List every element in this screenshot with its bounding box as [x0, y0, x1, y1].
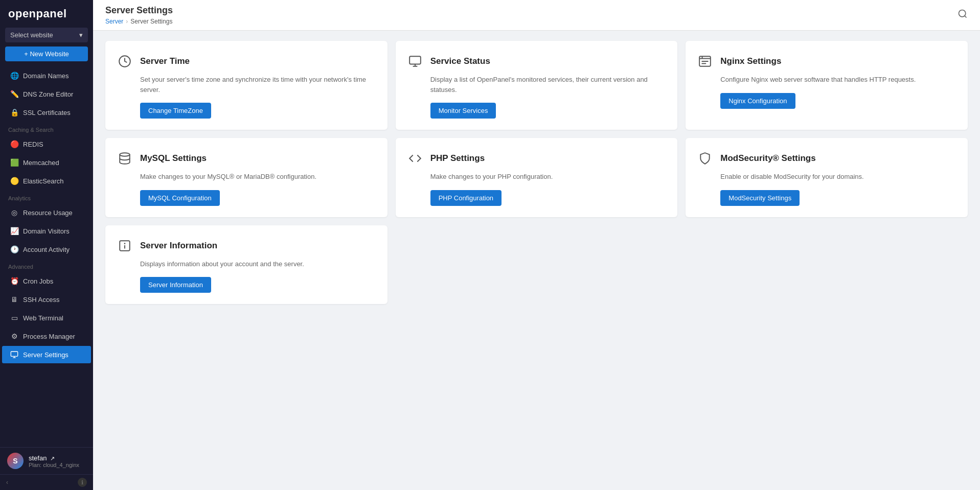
- monitor-services-button[interactable]: Monitor Services: [430, 103, 496, 119]
- server-time-title: Server Time: [140, 56, 190, 66]
- nginx-settings-title: Nginx Settings: [720, 56, 781, 66]
- settings-icon: [10, 351, 18, 359]
- help-icon[interactable]: ℹ: [78, 478, 87, 487]
- select-website-label: Select website: [10, 31, 53, 39]
- service-status-desc: Display a list of OpenPanel's monitored …: [407, 75, 667, 95]
- breadcrumb-current: Server Settings: [130, 18, 172, 25]
- php-configuration-button[interactable]: PHP Configuration: [430, 190, 502, 206]
- chart-icon: 📈: [10, 227, 18, 235]
- main-content: Server Settings Server › Server Settings: [93, 0, 980, 490]
- change-timezone-button[interactable]: Change TimeZone: [140, 103, 211, 119]
- nginx-configuration-button[interactable]: Nginx Configuration: [720, 93, 795, 109]
- monitor-icon: [407, 53, 423, 69]
- caching-section-label: Caching & Search: [0, 122, 93, 135]
- process-icon: ⚙: [10, 332, 18, 340]
- redis-icon: 🔴: [10, 140, 18, 148]
- server-info-desc: Displays information about your account …: [117, 259, 376, 269]
- server-time-desc: Set your server's time zone and synchron…: [117, 75, 376, 95]
- database-icon: [117, 150, 133, 167]
- globe-icon: 🌐: [10, 72, 18, 80]
- terminal-icon: ▭: [10, 314, 18, 322]
- plan-label: Plan: cloud_4_nginx: [29, 462, 79, 468]
- mysql-settings-card: MySQL Settings Make changes to your MySQ…: [105, 138, 388, 217]
- sidebar-item-dns-zone-editor[interactable]: ✏️ DNS Zone Editor: [2, 85, 91, 103]
- server-information-card: Server Information Displays information …: [105, 225, 388, 305]
- code-icon: [407, 150, 423, 167]
- cron-icon: ⏰: [10, 277, 18, 285]
- breadcrumb: Server › Server Settings: [105, 16, 173, 25]
- sidebar-item-resource-usage[interactable]: ◎ Resource Usage: [2, 204, 91, 221]
- lock-icon: 🔒: [10, 108, 18, 116]
- sidebar-item-ssl-certificates[interactable]: 🔒 SSL Certificates: [2, 104, 91, 121]
- topbar: Server Settings Server › Server Settings: [93, 0, 980, 31]
- select-website-dropdown[interactable]: Select website ▾: [5, 28, 88, 42]
- breadcrumb-root[interactable]: Server: [105, 18, 123, 25]
- modsecurity-settings-card: ModSecurity® Settings Enable or disable …: [686, 138, 968, 217]
- sidebar-item-elasticsearch[interactable]: 🟡 ElasticSearch: [2, 172, 91, 190]
- ssh-icon: 🖥: [10, 295, 18, 304]
- breadcrumb-separator: ›: [126, 18, 128, 25]
- search-icon[interactable]: [958, 9, 968, 21]
- memcached-icon: 🟩: [10, 158, 18, 167]
- cards-grid: Server Time Set your server's time zone …: [105, 41, 968, 304]
- nginx-settings-card: Nginx Settings Configure Nginx web serve…: [686, 41, 968, 130]
- advanced-section-label: Advanced: [0, 259, 93, 272]
- mysql-settings-desc: Make changes to your MySQL® or MariaDB® …: [117, 172, 376, 182]
- mysql-settings-title: MySQL Settings: [140, 153, 207, 164]
- mysql-configuration-button[interactable]: MySQL Configuration: [140, 190, 220, 206]
- collapse-sidebar-icon[interactable]: ‹: [6, 479, 8, 486]
- sidebar-item-process-manager[interactable]: ⚙ Process Manager: [2, 328, 91, 345]
- logout-icon[interactable]: ↗: [50, 455, 55, 461]
- username-label: stefan ↗: [29, 454, 79, 462]
- sidebar-item-redis[interactable]: 🔴 REDIS: [2, 135, 91, 153]
- sidebar-item-memcached[interactable]: 🟩 Memcached: [2, 154, 91, 171]
- nginx-icon: [697, 53, 713, 69]
- php-settings-card: PHP Settings Make changes to your PHP co…: [396, 138, 678, 217]
- sidebar-item-web-terminal[interactable]: ▭ Web Terminal: [2, 309, 91, 326]
- analytics-section-label: Analytics: [0, 190, 93, 203]
- sidebar-item-ssh-access[interactable]: 🖥 SSH Access: [2, 291, 91, 308]
- page-title: Server Settings: [105, 5, 173, 16]
- edit-icon: ✏️: [10, 90, 18, 98]
- shield-icon: [697, 150, 713, 167]
- php-settings-title: PHP Settings: [430, 153, 485, 164]
- service-status-card: Service Status Display a list of OpenPan…: [396, 41, 678, 130]
- sidebar-item-server-settings[interactable]: Server Settings: [2, 346, 91, 363]
- new-website-button[interactable]: + New Website: [5, 46, 88, 61]
- svg-point-3: [959, 10, 966, 17]
- svg-line-4: [965, 16, 967, 18]
- clock-icon: [117, 53, 133, 69]
- sidebar: openpanel Select website ▾ + New Website…: [0, 0, 93, 490]
- elasticsearch-icon: 🟡: [10, 177, 18, 185]
- service-status-title: Service Status: [430, 56, 490, 66]
- server-info-title: Server Information: [140, 241, 217, 251]
- svg-point-14: [120, 153, 130, 156]
- sidebar-item-cron-jobs[interactable]: ⏰ Cron Jobs: [2, 272, 91, 290]
- avatar: S: [7, 453, 24, 469]
- svg-rect-6: [409, 56, 421, 64]
- server-time-card: Server Time Set your server's time zone …: [105, 41, 388, 130]
- sidebar-item-domain-names[interactable]: 🌐 Domain Names: [2, 67, 91, 84]
- sidebar-bottom-bar: ‹ ℹ: [0, 474, 93, 490]
- sidebar-item-domain-visitors[interactable]: 📈 Domain Visitors: [2, 222, 91, 240]
- nginx-settings-desc: Configure Nginx web server software that…: [697, 75, 956, 85]
- modsecurity-button[interactable]: ModSecurity Settings: [720, 190, 800, 206]
- activity-icon: 🕐: [10, 245, 18, 253]
- server-information-button[interactable]: Server Information: [140, 277, 211, 293]
- modsecurity-title: ModSecurity® Settings: [720, 153, 815, 164]
- php-settings-desc: Make changes to your PHP configuration.: [407, 172, 667, 182]
- content-area: Server Time Set your server's time zone …: [93, 31, 980, 490]
- sidebar-item-account-activity[interactable]: 🕐 Account Activity: [2, 241, 91, 258]
- svg-rect-0: [11, 352, 17, 356]
- sidebar-user-footer: S stefan ↗ Plan: cloud_4_nginx: [0, 447, 93, 474]
- resource-icon: ◎: [10, 208, 18, 217]
- modsecurity-desc: Enable or disable ModSecurity for your d…: [697, 172, 956, 182]
- chevron-down-icon: ▾: [79, 31, 83, 39]
- brand-logo: openpanel: [0, 0, 93, 26]
- info-icon: [117, 238, 133, 254]
